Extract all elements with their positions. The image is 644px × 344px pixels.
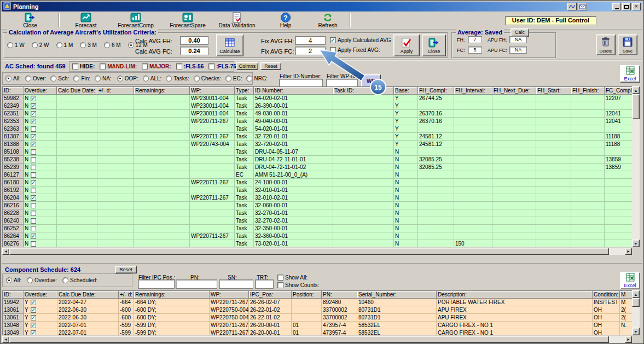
mail-icon[interactable] <box>578 3 587 10</box>
table-row[interactable]: 86180N✓WP220711-267Task24-100-00-01N <box>3 179 632 186</box>
scrollbar-track[interactable] <box>9 336 625 343</box>
table-row[interactable]: 13049Y✓2022-07-01-599-599 DY;WP220711-26… <box>3 329 632 335</box>
comp-reset-button[interactable]: Reset <box>115 266 137 273</box>
colmns-button[interactable]: Colmns <box>236 62 258 70</box>
row-checkbox[interactable]: ✓ <box>31 315 36 320</box>
scroll-down-icon[interactable]: ▼ <box>632 328 640 335</box>
scroll-down-icon[interactable]: ▼ <box>632 240 640 247</box>
scroll-right-icon[interactable]: ► <box>625 248 632 255</box>
maximize-button[interactable] <box>622 3 631 10</box>
column-header[interactable]: Overdue: <box>24 291 57 299</box>
scroll-up-icon[interactable]: ▲ <box>632 86 640 94</box>
table-row[interactable]: 13048Y✓2022-07-01-599-599 DY;WP220711-26… <box>3 322 632 329</box>
ac-vertical-scrollbar[interactable]: ▲ ▼ <box>632 86 640 247</box>
toolbar-button-help[interactable]: ?Help <box>268 12 304 28</box>
row-checkbox[interactable]: ✓ <box>31 111 36 116</box>
table-row[interactable]: 81388N✓WP220743-004Task32-720-02-01Y2458… <box>3 141 632 148</box>
ac-filter-checkbox-hide[interactable]: HIDE: <box>72 63 95 69</box>
avg-calc-button[interactable]: Calc <box>510 28 529 37</box>
filter-trt-input[interactable] <box>255 279 274 289</box>
delete-button[interactable]: Delete <box>596 34 616 55</box>
ac-filter-checkbox-mand-lim[interactable]: MAND-LIM: <box>100 63 137 69</box>
row-checkbox[interactable] <box>31 126 36 132</box>
column-header[interactable]: +/- d: <box>97 87 134 95</box>
scrollbar-thumb[interactable] <box>9 248 609 255</box>
row-checkbox[interactable] <box>31 157 36 162</box>
table-row[interactable]: 86252NTask32-350-00-01N <box>3 225 632 232</box>
column-header[interactable]: FH_Start: <box>536 87 571 95</box>
column-header[interactable]: FH_Finish: <box>571 87 605 95</box>
ac-horizontal-scrollbar[interactable]: ◄ ► <box>2 248 640 255</box>
row-checkbox[interactable]: ✓ <box>31 300 36 305</box>
toolbar-button-forecastcomp[interactable]: ForecastComp <box>110 12 161 28</box>
period-radio-6-m[interactable]: 6 M <box>104 42 121 48</box>
row-checkbox[interactable] <box>31 203 36 208</box>
period-radio-2-w[interactable]: 2 W <box>32 42 49 48</box>
ac-status-radio-over[interactable]: Over: <box>25 75 46 81</box>
scroll-right-icon[interactable]: ► <box>625 336 632 343</box>
table-row[interactable]: 86228NTask32-270-01-01N <box>3 209 632 217</box>
column-header[interactable]: PN: <box>322 291 357 299</box>
row-checkbox[interactable] <box>31 218 36 224</box>
calc-close-button[interactable]: Close <box>422 34 446 56</box>
row-checkbox[interactable]: ✓ <box>31 307 36 313</box>
row-checkbox[interactable] <box>31 172 36 178</box>
table-row[interactable]: 13061Y✓2022-06-30-600-600 DY;WP220750-00… <box>3 306 632 314</box>
row-checkbox[interactable]: ✓ <box>31 96 36 101</box>
scrollbar-track[interactable] <box>9 248 625 255</box>
column-header[interactable]: Type: <box>235 87 254 95</box>
table-row[interactable]: 62363NTask54-020-01-01Y <box>3 125 632 133</box>
comp-radio-scheduled[interactable]: Scheduled: <box>62 277 97 283</box>
column-header[interactable]: ID: <box>3 87 24 95</box>
ac-reset-button[interactable]: Reset <box>260 62 281 70</box>
scroll-left-icon[interactable]: ◄ <box>2 248 9 255</box>
column-header[interactable]: IPC_Pos: <box>249 291 292 299</box>
scroll-up-icon[interactable]: ▲ <box>632 290 640 298</box>
calc-avg-fh-value[interactable]: 0.40 <box>180 36 208 45</box>
table-row[interactable]: 62349N✓WP230011-004Task26-390-00-01Y <box>3 102 632 110</box>
row-checkbox[interactable] <box>31 241 36 247</box>
ac-type-radio-tasks[interactable]: Tasks: <box>166 75 189 81</box>
period-radio-1-w[interactable]: 1 W <box>7 42 25 48</box>
column-header[interactable]: Base: <box>394 87 418 95</box>
row-checkbox[interactable]: ✓ <box>31 195 36 201</box>
comp-excel-button[interactable]: Excel <box>620 272 640 289</box>
row-checkbox[interactable]: ✓ <box>31 180 36 185</box>
column-header[interactable]: FC_Compl <box>605 87 632 95</box>
row-checkbox[interactable]: ✓ <box>31 234 36 239</box>
row-checkbox[interactable] <box>31 226 36 231</box>
ac-excel-button[interactable]: Excel <box>620 65 640 83</box>
ac-type-radio-ec[interactable]: EC: <box>225 75 242 81</box>
column-header[interactable]: M <box>620 291 632 299</box>
row-checkbox[interactable]: ✓ <box>31 134 36 139</box>
toolbar-button-refresh[interactable]: Refresh <box>308 12 347 28</box>
column-header[interactable]: Remainings: <box>134 291 210 299</box>
period-radio-3-m[interactable]: 3 M <box>80 42 97 48</box>
comp-horizontal-scrollbar[interactable]: ◄ ► <box>2 336 640 343</box>
ac-type-radio-oop[interactable]: OOP: <box>117 75 138 81</box>
column-header[interactable]: Condition: <box>593 291 620 299</box>
toolbar-button-forecast[interactable]: Forecast <box>62 12 110 28</box>
ac-type-radio-all[interactable]: ALL: <box>143 75 162 81</box>
column-header[interactable]: Remainings: <box>134 87 190 95</box>
calc-avg-fc-value[interactable]: 0.24 <box>180 46 208 55</box>
apply-calculated-checkbox[interactable]: ✓ Apply Calculated AVG : <box>330 37 394 43</box>
show-all-checkbox[interactable]: Show All: <box>277 275 308 281</box>
signature-icon[interactable] <box>567 3 577 10</box>
table-row[interactable]: 86264N✓WP220711-267Task32-360-00-01N <box>3 232 632 240</box>
apply-button[interactable]: Apply <box>393 34 420 56</box>
minimize-button[interactable] <box>612 3 621 10</box>
scrollbar-track[interactable] <box>632 94 640 240</box>
table-row[interactable]: 19942Y✓2022-04-27-664-664 DY;WP220711-26… <box>3 299 632 306</box>
table-row[interactable]: 81387N✓WP220711-267Task32-720-01-01Y2458… <box>3 133 632 141</box>
comp-radio-all[interactable]: All: <box>6 277 21 283</box>
table-row[interactable]: 85238NTaskDRU-04-72-11-01-01N32085.25138… <box>3 156 632 164</box>
scroll-left-icon[interactable]: ◄ <box>2 336 9 343</box>
close-window-button[interactable]: × <box>632 3 641 10</box>
scrollbar-thumb[interactable] <box>632 94 640 119</box>
column-header[interactable]: FH_Compl: <box>418 87 454 95</box>
ac-status-radio-fin[interactable]: Fin: <box>73 75 90 81</box>
column-header[interactable]: Calc Due Date: <box>57 291 119 299</box>
column-header[interactable]: ID: <box>3 291 24 299</box>
ac-filter-checkbox-major[interactable]: MAJOR: <box>142 63 171 69</box>
